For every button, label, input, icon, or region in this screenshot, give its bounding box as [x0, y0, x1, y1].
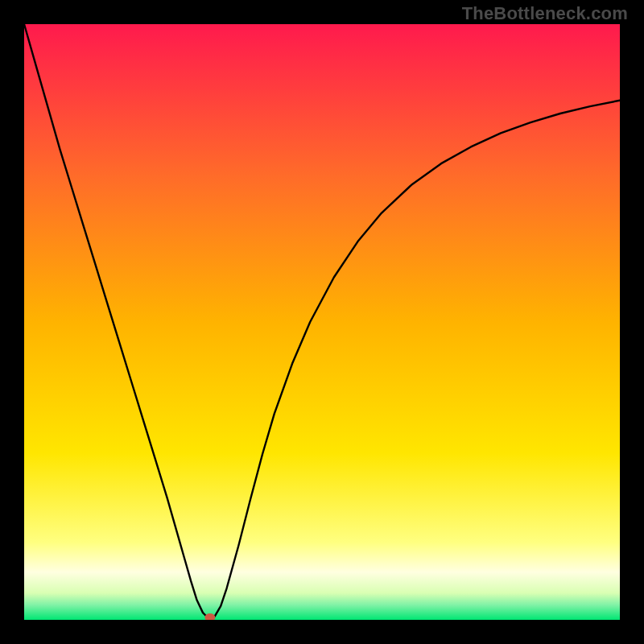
chart-svg — [24, 24, 620, 620]
plot-area — [24, 24, 620, 620]
watermark-text: TheBottleneck.com — [462, 3, 628, 24]
chart-frame: TheBottleneck.com — [0, 0, 644, 644]
